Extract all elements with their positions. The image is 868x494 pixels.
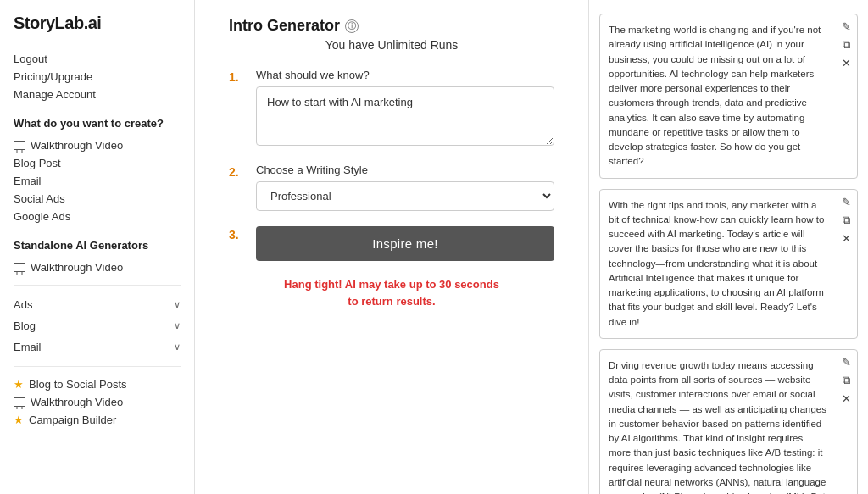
bottom-walkthrough-item[interactable]: Walkthrough Video — [14, 393, 181, 411]
result-1-edit-button[interactable]: ✎ — [841, 19, 852, 34]
result-1-close-button[interactable]: ✕ — [841, 56, 852, 70]
email-chevron-down-icon: ∨ — [174, 341, 181, 352]
step-3-number: 3. — [229, 226, 246, 241]
result-3-close-button[interactable]: ✕ — [841, 391, 852, 406]
campaign-builder-item[interactable]: ★ Campaign Builder — [14, 411, 181, 429]
ads-collapsible[interactable]: Ads ∨ — [14, 294, 181, 315]
standalone-section-title: Standalone AI Generators — [14, 239, 181, 252]
result-card-1: The marketing world is changing and if y… — [599, 14, 858, 179]
star-icon: ★ — [14, 378, 24, 391]
campaign-star-icon: ★ — [14, 414, 24, 426]
email-collapsible[interactable]: Email ∨ — [14, 336, 181, 358]
result-3-edit-button[interactable]: ✎ — [841, 355, 852, 369]
inspire-button[interactable]: Inspire me! — [256, 226, 554, 261]
step-2-label: Choose a Writing Style — [256, 164, 554, 176]
result-card-1-text: The marketing world is changing and if y… — [609, 25, 821, 166]
writing-style-select[interactable]: Professional Casual Formal Creative — [256, 181, 554, 211]
result-2-actions: ✎ ⧉ ✕ — [841, 195, 852, 246]
result-2-close-button[interactable]: ✕ — [841, 231, 852, 246]
step-2-row: 2. Choose a Writing Style Professional C… — [229, 164, 554, 211]
walkthrough-video-item[interactable]: Walkthrough Video — [14, 136, 181, 154]
blog-collapsible[interactable]: Blog ∨ — [14, 315, 181, 336]
step-3-row: 3. Inspire me! — [229, 226, 554, 261]
result-2-edit-button[interactable]: ✎ — [841, 195, 852, 209]
result-card-2: With the right tips and tools, any marke… — [599, 189, 858, 339]
result-card-2-text: With the right tips and tools, any marke… — [609, 200, 824, 327]
ads-chevron-down-icon: ∨ — [174, 299, 181, 310]
social-ads-item[interactable]: Social Ads — [14, 190, 181, 208]
app-logo: StoryLab.ai — [14, 14, 181, 33]
step-2-number: 2. — [229, 164, 246, 179]
logout-link[interactable]: Logout — [14, 50, 181, 68]
bottom-monitor-icon — [14, 397, 25, 407]
result-1-copy-button[interactable]: ⧉ — [841, 37, 852, 53]
wait-message: Hang tight! AI may take up to 30 seconds… — [229, 276, 554, 309]
step-1-number: 1. — [229, 69, 246, 84]
sidebar-nav: Logout Pricing/Upgrade Manage Account — [14, 50, 181, 103]
step-1-row: 1. What should we know? How to start wit… — [229, 69, 554, 148]
unlimited-badge: You have Unlimited Runs — [229, 38, 554, 52]
sidebar-divider-2 — [14, 366, 181, 367]
info-icon[interactable]: ⓘ — [345, 19, 359, 33]
monitor-icon — [14, 141, 25, 150]
sidebar: StoryLab.ai Logout Pricing/Upgrade Manag… — [0, 0, 195, 494]
result-3-copy-button[interactable]: ⧉ — [841, 373, 852, 388]
email-item[interactable]: Email — [14, 172, 181, 190]
result-3-actions: ✎ ⧉ ✕ — [841, 355, 852, 406]
page-title: Intro Generator — [229, 17, 340, 35]
standalone-walkthrough-item[interactable]: Walkthrough Video — [14, 258, 181, 276]
create-section-title: What do you want to create? — [14, 117, 181, 130]
result-card-3-text: Driving revenue growth today means acces… — [609, 360, 826, 494]
sidebar-divider — [14, 285, 181, 286]
result-2-copy-button[interactable]: ⧉ — [841, 213, 852, 228]
results-panel: The marketing world is changing and if y… — [588, 0, 868, 494]
manage-account-link[interactable]: Manage Account — [14, 86, 181, 103]
result-card-3: Driving revenue growth today means acces… — [599, 349, 858, 494]
main-content: Intro Generator ⓘ You have Unlimited Run… — [195, 0, 588, 494]
standalone-monitor-icon — [14, 263, 25, 272]
blog-to-social-item[interactable]: ★ Blog to Social Posts — [14, 375, 181, 393]
blog-chevron-down-icon: ∨ — [174, 320, 181, 331]
page-title-container: Intro Generator ⓘ — [229, 17, 554, 35]
google-ads-item[interactable]: Google Ads — [14, 208, 181, 225]
result-1-actions: ✎ ⧉ ✕ — [841, 19, 852, 70]
step-1-label: What should we know? — [256, 69, 554, 81]
pricing-link[interactable]: Pricing/Upgrade — [14, 68, 181, 86]
blog-post-item[interactable]: Blog Post — [14, 154, 181, 172]
what-should-we-know-input[interactable]: How to start with AI marketing — [256, 86, 554, 146]
